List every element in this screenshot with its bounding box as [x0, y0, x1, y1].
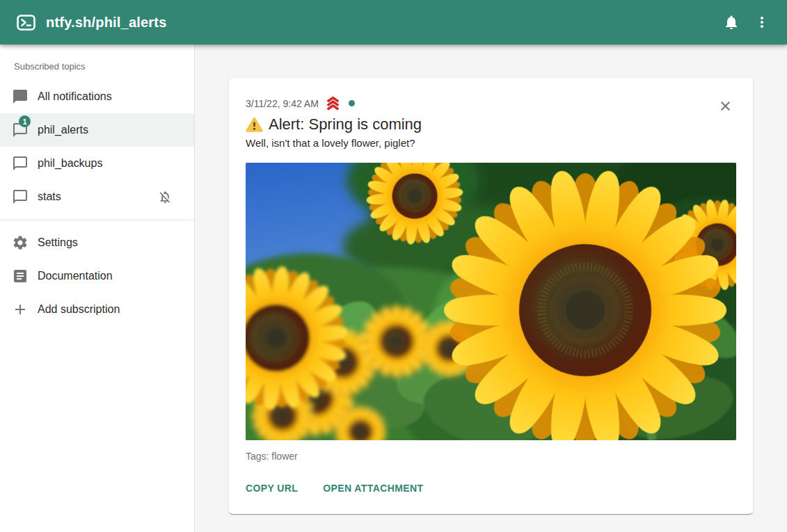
notification-actions: COPY URL OPEN ATTACHMENT [240, 479, 736, 497]
notification-body: Well, isn't that a lovely flower, piglet… [246, 137, 736, 149]
sidebar-item-phil-alerts[interactable]: 1 phil_alerts [0, 113, 194, 147]
unread-dot [349, 100, 355, 106]
notification-timestamp: 3/11/22, 9:42 AM [246, 98, 319, 109]
overflow-menu-button[interactable] [747, 7, 777, 38]
notification-card: 3/11/22, 9:42 AM [229, 78, 753, 514]
unread-count-badge: 1 [19, 115, 31, 127]
chat-bubble-outline-icon [12, 188, 29, 205]
chat-bubble-filled-icon [12, 88, 29, 105]
sidebar-item-documentation[interactable]: Documentation [0, 259, 194, 293]
sidebar-item-label: stats [38, 191, 157, 203]
sidebar-item-label: phil_alerts [38, 124, 173, 136]
app-bar-title: ntfy.sh/phil_alerts [46, 15, 166, 31]
priority-max-icon [324, 96, 342, 111]
article-icon [12, 268, 29, 284]
sidebar-item-label: Documentation [38, 270, 173, 282]
ntfy-logo [17, 15, 35, 31]
sidebar-item-stats[interactable]: stats [0, 180, 194, 213]
sidebar-item-settings[interactable]: Settings [0, 226, 194, 259]
notification-tags: Tags: flower [246, 451, 736, 462]
sidebar: Subscribed topics All notifications 1 ph… [0, 45, 195, 532]
notifications-bell-button[interactable] [716, 7, 747, 38]
sidebar-item-label: phil_backups [38, 157, 173, 170]
subscribed-topics-label: Subscribed topics [0, 45, 194, 80]
sidebar-item-add-subscription[interactable]: Add subscription [0, 293, 194, 326]
sidebar-divider [0, 220, 194, 220]
plus-icon [12, 301, 29, 318]
sidebar-item-label: Settings [38, 236, 173, 249]
notification-meta-row: 3/11/22, 9:42 AM [246, 96, 736, 111]
sidebar-item-label: Add subscription [38, 303, 173, 316]
bell-off-icon [157, 188, 173, 205]
copy-url-button[interactable]: COPY URL [240, 479, 303, 497]
close-notification-button[interactable] [715, 96, 735, 115]
notification-title: Alert: Spring is coming [246, 115, 736, 134]
sidebar-item-all-notifications[interactable]: All notifications [0, 80, 194, 113]
warning-icon [246, 117, 263, 132]
main-content: 3/11/22, 9:42 AM [195, 45, 787, 532]
close-icon [718, 99, 733, 113]
notification-title-text: Alert: Spring is coming [269, 115, 422, 134]
open-attachment-button[interactable]: OPEN ATTACHMENT [317, 479, 429, 497]
chat-bubble-outline-icon [12, 155, 29, 172]
sidebar-item-phil-backups[interactable]: phil_backups [0, 147, 194, 180]
app-bar: ntfy.sh/phil_alerts [0, 0, 787, 45]
attachment-image[interactable] [246, 163, 736, 440]
sidebar-item-label: All notifications [38, 90, 173, 103]
kebab-menu-icon [754, 14, 770, 31]
gear-icon [12, 234, 29, 251]
bell-icon [723, 14, 740, 31]
